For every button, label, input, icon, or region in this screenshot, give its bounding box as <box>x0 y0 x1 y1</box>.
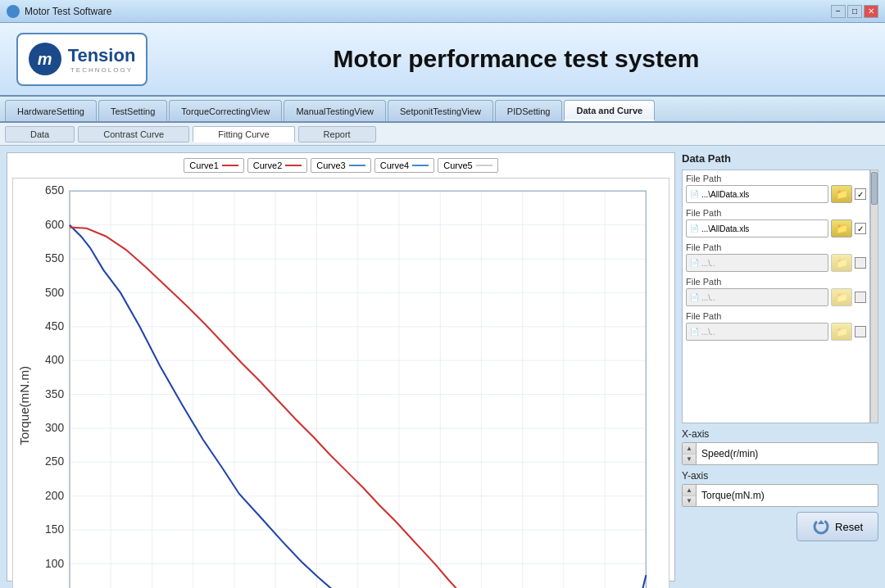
refresh-icon <box>812 518 830 536</box>
file-icon-3: 📄 <box>690 259 699 267</box>
curve5-label: Curve5 <box>443 161 472 170</box>
folder-btn-2[interactable]: 📁 <box>831 219 852 237</box>
curve1-line-preview <box>222 165 238 166</box>
curve1-btn[interactable]: Curve1 <box>184 158 243 173</box>
folder-btn-4[interactable]: 📁 <box>831 288 852 306</box>
brand-name: Tension <box>68 45 136 66</box>
svg-text:600: 600 <box>45 219 64 231</box>
tab-torque[interactable]: TorqueCorrectingView <box>169 100 282 121</box>
reset-button[interactable]: Reset <box>796 512 878 541</box>
file-path-group-5: File Path 📄 ...\.. 📁 <box>686 311 866 341</box>
main-area: Curve1 Curve2 Curve3 Curve4 Curve5 <box>0 146 885 588</box>
svg-text:550: 550 <box>45 252 64 265</box>
x-axis-down[interactable]: ▼ <box>683 455 696 465</box>
x-axis-value: Speed(r/min) <box>697 448 878 459</box>
logo-circle: m <box>29 43 61 75</box>
svg-text:450: 450 <box>45 320 64 332</box>
file-path-input-2[interactable]: 📄 ...\AllData.xls <box>686 219 828 237</box>
tab2-report[interactable]: Report <box>298 126 376 142</box>
svg-text:100: 100 <box>45 558 64 570</box>
svg-text:400: 400 <box>45 354 64 366</box>
curve-buttons-row: Curve1 Curve2 Curve3 Curve4 Curve5 <box>12 158 669 173</box>
curve2-label: Curve2 <box>253 161 282 170</box>
y-axis-spinners: ▲ ▼ <box>683 485 697 506</box>
tab-test[interactable]: TestSetting <box>98 100 167 121</box>
tab2-data[interactable]: Data <box>5 126 75 142</box>
check-4[interactable] <box>855 292 866 303</box>
svg-text:200: 200 <box>45 490 64 502</box>
reset-label: Reset <box>835 521 863 533</box>
curve2-btn[interactable]: Curve2 <box>247 158 307 173</box>
tab-data-curve[interactable]: Data and Curve <box>564 100 655 121</box>
tab2-contrast[interactable]: Contrast Curve <box>78 126 189 142</box>
check-2[interactable]: ✓ <box>855 223 866 234</box>
tabs1: HardwareSetting TestSetting TorqueCorrec… <box>0 97 885 123</box>
logo-box: m Tension TECHNOLOGY <box>16 33 148 86</box>
file-icon-2: 📄 <box>690 224 699 233</box>
svg-text:Torque(mN.m): Torque(mN.m) <box>17 366 31 446</box>
file-path-input-5[interactable]: 📄 ...\.. <box>686 323 828 341</box>
file-icon-5: 📄 <box>690 328 699 336</box>
y-axis-label: Y-axis <box>682 470 878 482</box>
x-axis-label: X-axis <box>682 428 878 440</box>
file-path-value-2: ...\AllData.xls <box>701 224 749 233</box>
chart-container: Curve1 Curve2 Curve3 Curve4 Curve5 <box>7 152 675 581</box>
curve4-btn[interactable]: Curve4 <box>374 158 434 173</box>
window-title: Motor Test Software <box>25 6 826 17</box>
header-title: Motor performance test system <box>164 45 869 73</box>
file-path-value-1: ...\AllData.xls <box>701 190 749 199</box>
file-path-value-4: ...\.. <box>701 293 715 302</box>
check-1[interactable]: ✓ <box>855 188 866 200</box>
file-path-input-4[interactable]: 📄 ...\.. <box>686 288 828 306</box>
curve1-label: Curve1 <box>189 161 218 170</box>
curve5-btn[interactable]: Curve5 <box>438 158 497 173</box>
file-path-label-3: File Path <box>686 242 866 252</box>
tab-hardware[interactable]: HardwareSetting <box>5 100 97 121</box>
chart-svg: 0 50 100 150 200 250 300 350 400 450 500… <box>13 179 669 588</box>
svg-text:500: 500 <box>45 287 64 299</box>
close-button[interactable]: ✕ <box>864 5 878 18</box>
right-panel: Data Path File Path 📄 ...\AllData.xls 📁 … <box>682 152 878 581</box>
maximize-button[interactable]: □ <box>847 5 862 18</box>
header: m Tension TECHNOLOGY Motor performance t… <box>0 23 885 97</box>
scrollbar-thumb[interactable] <box>871 172 878 205</box>
folder-btn-5[interactable]: 📁 <box>831 323 852 341</box>
svg-marker-63 <box>818 520 824 524</box>
tab-manual[interactable]: ManualTestingView <box>284 100 386 121</box>
folder-btn-1[interactable]: 📁 <box>831 185 852 203</box>
curve3-btn[interactable]: Curve3 <box>311 158 370 173</box>
svg-text:250: 250 <box>45 455 64 468</box>
svg-text:150: 150 <box>45 523 64 536</box>
curve2-line-preview <box>285 165 302 166</box>
x-axis-input[interactable]: ▲ ▼ Speed(r/min) <box>682 442 878 465</box>
file-path-group-4: File Path 📄 ...\.. 📁 <box>686 277 866 306</box>
file-path-row-1: 📄 ...\AllData.xls 📁 ✓ <box>686 185 866 203</box>
tab-pid[interactable]: PIDSetting <box>495 100 563 121</box>
y-axis-down[interactable]: ▼ <box>683 496 696 507</box>
folder-btn-3[interactable]: 📁 <box>831 254 852 272</box>
svg-text:650: 650 <box>45 184 64 197</box>
y-axis-up[interactable]: ▲ <box>683 485 696 496</box>
x-axis-up[interactable]: ▲ <box>683 443 696 455</box>
tab2-fitting[interactable]: Fitting Curve <box>193 126 294 142</box>
file-path-label-4: File Path <box>686 277 866 287</box>
file-path-group-3: File Path 📄 ...\.. 📁 <box>686 242 866 272</box>
file-path-value-5: ...\.. <box>701 328 715 337</box>
file-path-row-3: 📄 ...\.. 📁 <box>686 254 866 272</box>
file-path-input-1[interactable]: 📄 ...\AllData.xls <box>686 185 828 203</box>
minimize-button[interactable]: − <box>831 5 846 18</box>
title-bar: Motor Test Software − □ ✕ <box>0 0 885 23</box>
curve5-line-preview <box>476 165 492 166</box>
reset-row: Reset <box>682 512 878 541</box>
check-3[interactable] <box>855 257 866 269</box>
data-path-heading: Data Path <box>682 152 878 165</box>
tabs2: Data Contrast Curve Fitting Curve Report <box>0 123 885 146</box>
curve4-line-preview <box>412 165 429 166</box>
file-path-input-3[interactable]: 📄 ...\.. <box>686 254 828 272</box>
y-axis-input[interactable]: ▲ ▼ Torque(mN.m) <box>682 484 878 507</box>
file-icon-4: 📄 <box>690 293 699 301</box>
file-path-row-5: 📄 ...\.. 📁 <box>686 323 866 341</box>
check-5[interactable] <box>855 326 866 337</box>
tab-setpoint[interactable]: SetponitTestingView <box>388 100 493 121</box>
svg-text:350: 350 <box>45 388 64 400</box>
